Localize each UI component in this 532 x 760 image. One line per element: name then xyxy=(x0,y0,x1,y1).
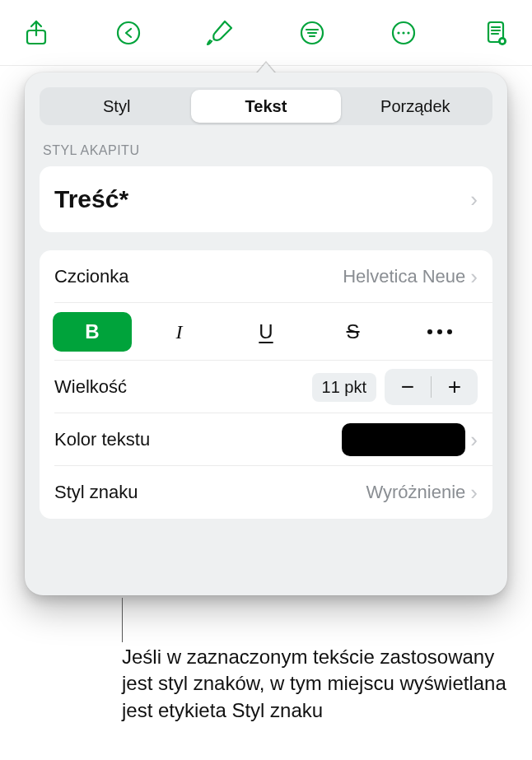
chevron-right-icon: › xyxy=(470,189,478,210)
italic-button[interactable]: I xyxy=(140,312,219,352)
svg-point-1 xyxy=(118,22,139,44)
font-value: Helvetica Neue xyxy=(343,266,465,287)
svg-point-9 xyxy=(408,31,410,34)
font-style-row: B I U S xyxy=(40,303,492,361)
text-format-card: Czcionka Helvetica Neue › B I U S Wielko… xyxy=(40,250,492,519)
strikethrough-button[interactable]: S xyxy=(314,312,393,352)
tab-text[interactable]: Tekst xyxy=(191,90,340,123)
font-row[interactable]: Czcionka Helvetica Neue › xyxy=(40,250,492,303)
svg-point-8 xyxy=(403,31,405,34)
character-style-row[interactable]: Styl znaku Wyróżnienie › xyxy=(40,466,492,519)
character-style-value: Wyróżnienie xyxy=(366,482,465,503)
toolbar xyxy=(0,0,532,66)
chevron-right-icon: › xyxy=(470,266,478,287)
text-color-label: Kolor tekstu xyxy=(54,429,342,450)
text-color-row[interactable]: Kolor tekstu › xyxy=(40,413,492,466)
text-color-swatch[interactable] xyxy=(342,423,465,456)
size-decrease-button[interactable]: − xyxy=(385,369,431,405)
section-paragraph-style: STYL AKAPITU xyxy=(43,143,489,158)
tab-style[interactable]: Styl xyxy=(42,90,191,123)
bold-button[interactable]: B xyxy=(53,312,132,352)
filter-icon[interactable] xyxy=(289,10,335,56)
tab-order[interactable]: Porządek xyxy=(341,90,490,123)
share-icon[interactable] xyxy=(13,10,59,56)
svg-point-15 xyxy=(501,39,504,42)
svg-point-7 xyxy=(398,31,400,34)
size-row: Wielkość 11 pkt − + xyxy=(40,361,492,413)
undo-icon[interactable] xyxy=(105,10,152,56)
size-label: Wielkość xyxy=(54,376,312,398)
underline-button[interactable]: U xyxy=(226,312,306,352)
panel-tabs: Styl Tekst Porządek xyxy=(40,87,492,125)
paragraph-style-card: Treść* › xyxy=(40,166,492,232)
more-options-button[interactable] xyxy=(400,312,479,352)
format-panel: Styl Tekst Porządek STYL AKAPITU Treść* … xyxy=(25,72,507,595)
document-view-icon[interactable] xyxy=(473,10,519,56)
size-value[interactable]: 11 pkt xyxy=(312,373,376,402)
size-increase-button[interactable]: + xyxy=(432,369,478,405)
chevron-right-icon: › xyxy=(470,429,478,450)
paragraph-style-row[interactable]: Treść* › xyxy=(40,166,492,232)
font-label: Czcionka xyxy=(54,266,343,287)
paragraph-style-name: Treść* xyxy=(54,185,465,213)
callout-caption: Jeśli w zaznaczonym tekście zastosowany … xyxy=(122,644,507,724)
more-icon[interactable] xyxy=(380,10,427,56)
format-brush-icon[interactable] xyxy=(197,10,243,56)
character-style-label: Styl znaku xyxy=(54,482,366,503)
size-stepper: − + xyxy=(385,369,478,405)
chevron-right-icon: › xyxy=(470,482,478,503)
callout-line xyxy=(122,598,123,642)
